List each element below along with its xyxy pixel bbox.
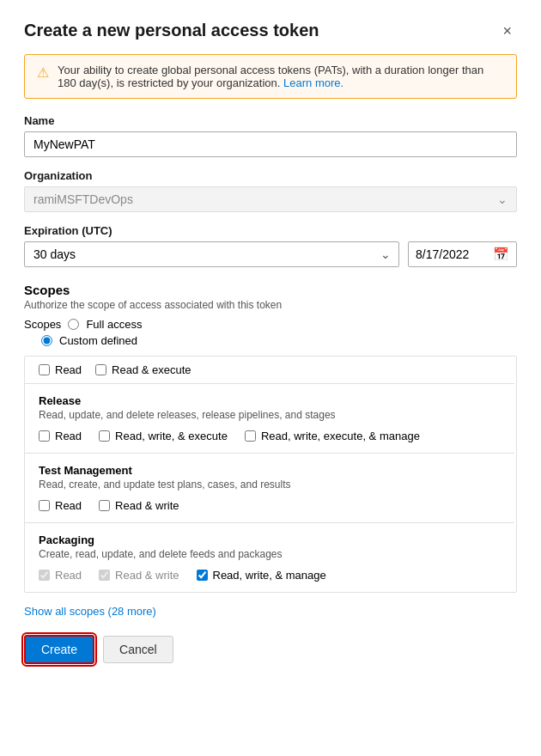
packaging-group-name: Packaging (39, 533, 501, 546)
name-input[interactable] (24, 131, 517, 157)
scopes-radio-label: Scopes (24, 318, 61, 331)
scope-group-test-management: Test Management Read, create, and update… (25, 454, 514, 523)
release-read-item: Read (39, 430, 82, 442)
expiration-label: Expiration (UTC) (24, 224, 517, 237)
packaging-group-desc: Create, read, update, and delete feeds a… (39, 548, 501, 560)
full-access-label: Full access (86, 318, 142, 331)
organization-value: ramiMSFTDevOps (33, 192, 133, 206)
test-management-group-name: Test Management (39, 464, 501, 477)
test-read-write-label: Read & write (115, 499, 179, 512)
test-read-item: Read (39, 499, 82, 512)
show-all-scopes-link[interactable]: Show all scopes (28 more) (24, 605, 156, 618)
release-group-name: Release (39, 394, 501, 407)
release-read-label: Read (55, 430, 82, 442)
packaging-read-label: Read (55, 569, 82, 582)
test-management-group-desc: Read, create, and update test plans, cas… (39, 479, 501, 491)
warning-icon: ⚠ (37, 64, 49, 81)
create-pat-dialog: Create a new personal access token × ⚠ Y… (0, 0, 541, 756)
release-manage-label: Read, write, execute, & manage (261, 430, 420, 442)
release-write-execute-label: Read, write, & execute (115, 430, 228, 442)
packaging-read-write-label: Read & write (115, 569, 179, 582)
packaging-read-write-checkbox (99, 570, 110, 581)
packaging-checkbox-row: Read Read & write Read, write, & manage (39, 569, 501, 582)
release-read-checkbox[interactable] (39, 430, 50, 442)
custom-defined-radio[interactable] (41, 335, 52, 346)
scope-group-packaging: Packaging Create, read, update, and dele… (25, 523, 514, 592)
cancel-button[interactable]: Cancel (103, 636, 173, 663)
test-read-label: Read (55, 499, 82, 512)
dialog-title: Create a new personal access token (24, 21, 319, 40)
learn-more-link[interactable]: Learn more. (283, 76, 343, 89)
release-write-execute-item: Read, write, & execute (99, 430, 228, 442)
name-field-group: Name (24, 114, 517, 169)
release-manage-item: Read, write, execute, & manage (245, 430, 420, 442)
name-label: Name (24, 114, 517, 127)
read-execute-top-checkbox[interactable] (95, 364, 106, 375)
packaging-manage-item: Read, write, & manage (197, 569, 326, 582)
checkbox-read-execute-top: Read & execute (95, 363, 191, 376)
packaging-read-write-item: Read & write (99, 569, 179, 582)
packaging-manage-checkbox[interactable] (197, 570, 208, 581)
organization-label: Organization (24, 169, 517, 182)
expiration-select-wrapper: 30 days 60 days 90 days 180 days Custom … (24, 241, 399, 267)
release-group-desc: Read, update, and delete releases, relea… (39, 409, 501, 421)
date-input[interactable] (416, 242, 493, 266)
scopes-scroll-area: Read Read & execute Release Read, update… (24, 356, 517, 593)
test-read-checkbox[interactable] (39, 500, 50, 511)
organization-select-wrapper: ramiMSFTDevOps ⌄ (24, 186, 517, 212)
scope-group-release: Release Read, update, and delete release… (25, 384, 514, 454)
packaging-read-checkbox (39, 570, 50, 581)
scopes-title: Scopes (24, 283, 517, 297)
release-manage-checkbox[interactable] (245, 430, 256, 442)
read-top-label: Read (55, 363, 82, 376)
read-execute-top-label: Read & execute (112, 363, 191, 376)
date-input-wrapper: 📅 (408, 241, 517, 267)
dialog-header: Create a new personal access token × (24, 21, 517, 40)
read-top-checkbox[interactable] (39, 364, 50, 375)
test-read-write-item: Read & write (99, 499, 179, 512)
test-management-checkbox-row: Read Read & write (39, 499, 501, 512)
organization-field-group: Organization ramiMSFTDevOps ⌄ (24, 169, 517, 212)
test-read-write-checkbox[interactable] (99, 500, 110, 511)
create-button[interactable]: Create (24, 635, 94, 664)
scope-group-top: Read Read & execute (25, 357, 514, 384)
scopes-scroll-inner: Read Read & execute Release Read, update… (25, 357, 516, 592)
release-checkbox-row: Read Read, write, & execute Read, write,… (39, 430, 501, 442)
calendar-icon[interactable]: 📅 (493, 247, 509, 262)
expiration-row: 30 days 60 days 90 days 180 days Custom … (24, 241, 517, 267)
release-write-execute-checkbox[interactable] (99, 430, 110, 442)
expiration-select[interactable]: 30 days 60 days 90 days 180 days Custom … (24, 241, 399, 267)
warning-banner: ⚠ Your ability to create global personal… (24, 54, 517, 99)
scopes-radio-row: Scopes Full access (24, 318, 517, 331)
checkbox-read-top: Read (39, 363, 82, 376)
packaging-read-item: Read (39, 569, 82, 582)
chevron-down-icon: ⌄ (497, 192, 508, 206)
expiration-field-group: Expiration (UTC) 30 days 60 days 90 days… (24, 224, 517, 267)
footer-buttons: Create Cancel (24, 635, 517, 664)
warning-text: Your ability to create global personal a… (58, 64, 504, 89)
scopes-description: Authorize the scope of access associated… (24, 299, 517, 311)
close-button[interactable]: × (497, 21, 517, 40)
packaging-manage-label: Read, write, & manage (213, 569, 326, 582)
custom-defined-label: Custom defined (59, 334, 137, 347)
scopes-section: Scopes Authorize the scope of access ass… (24, 283, 517, 347)
organization-select: ramiMSFTDevOps ⌄ (24, 186, 517, 212)
custom-defined-radio-row: Custom defined (41, 334, 517, 347)
full-access-radio[interactable] (68, 319, 79, 330)
